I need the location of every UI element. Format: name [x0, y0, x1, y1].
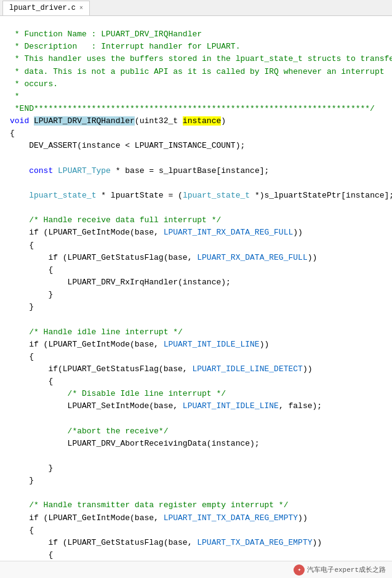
code-line: [0, 153, 392, 165]
line-content: * Description : Interrupt handler for LP…: [10, 41, 392, 53]
code-link[interactable]: LPUART_INT_TX_DATA_REG_EMPTY: [164, 513, 298, 523]
tab-filename: lpuart_driver.c: [9, 4, 76, 12]
line-content: if (LPUART_GetIntMode(base, LPUART_INT_T…: [10, 512, 392, 524]
line-content: }: [10, 475, 392, 487]
line-content: }: [10, 462, 392, 475]
code-link[interactable]: LPUART_INT_IDLE_LINE: [164, 340, 260, 349]
code-line: * Description : Interrupt handler for LP…: [0, 41, 392, 53]
code-line: [0, 177, 392, 190]
line-content: * This handler uses the buffers stored i…: [10, 53, 392, 65]
code-line: if (LPUART_GetIntMode(base, LPUART_INT_T…: [0, 512, 392, 524]
line-content: lpuart_state_t * lpuartState = (lpuart_s…: [10, 190, 392, 202]
code-line: *END************************************…: [0, 103, 392, 115]
line-content: {: [10, 264, 392, 276]
code-line: }: [0, 462, 392, 475]
line-content: [10, 313, 392, 326]
code-line: if (LPUART_GetIntMode(base, LPUART_INT_R…: [0, 227, 392, 239]
line-content: }: [10, 301, 392, 313]
code-line: [0, 413, 392, 425]
code-link[interactable]: LPUART_TX_DATA_REG_EMPTY: [197, 538, 312, 547]
code-line: LPUART_SetIntMode(base, LPUART_INT_IDLE_…: [0, 400, 392, 412]
line-content: /* Handle transmitter data register empt…: [10, 499, 392, 512]
tab-close-button[interactable]: ×: [79, 5, 83, 12]
code-link[interactable]: LPUART_INT_IDLE_LINE: [183, 401, 279, 411]
line-content: LPUART_SetIntMode(base, LPUART_INT_IDLE_…: [10, 400, 392, 412]
code-line: if (LPUART_GetStatusFlag(base, LPUART_TX…: [0, 537, 392, 549]
line-content: {: [10, 524, 392, 537]
code-line: [0, 313, 392, 326]
code-editor: * Function Name : LPUART_DRV_IRQHandler …: [0, 16, 392, 578]
code-line: const LPUART_Type * base = s_lpuartBase[…: [0, 165, 392, 177]
code-line: * data. This is not a public API as it i…: [0, 66, 392, 78]
line-content: * occurs.: [10, 78, 392, 90]
line-content: [10, 450, 392, 462]
code-line: [0, 202, 392, 214]
code-line: if (LPUART_GetIntMode(base, LPUART_INT_I…: [0, 339, 392, 351]
line-content: /* Disable Idle line interrupt */: [10, 388, 392, 400]
line-content: [10, 202, 392, 214]
logo-symbol: ✦: [298, 566, 301, 573]
code-line: lpuart_state_t * lpuartState = (lpuart_s…: [0, 190, 392, 202]
code-line: *: [0, 90, 392, 103]
line-content: }: [10, 289, 392, 301]
code-line: /*abort the receive*/: [0, 425, 392, 438]
line-content: void LPUART_DRV_IRQHandler(uint32_t inst…: [10, 115, 392, 127]
line-content: /*abort the receive*/: [10, 425, 392, 438]
line-content: [10, 413, 392, 425]
code-line: {: [0, 127, 392, 140]
code-line: * occurs.: [0, 78, 392, 90]
code-line: if (LPUART_GetStatusFlag(base, LPUART_RX…: [0, 252, 392, 264]
code-line: /* Handle idle line interrupt */: [0, 326, 392, 339]
code-line: {: [0, 375, 392, 388]
logo-icon: ✦: [294, 564, 305, 576]
line-content: if (LPUART_GetIntMode(base, LPUART_INT_I…: [10, 339, 392, 351]
code-line: {: [0, 239, 392, 252]
code-link[interactable]: LPUART_RX_DATA_REG_FULL: [197, 253, 307, 262]
line-content: if(LPUART_GetStatusFlag(base, LPUART_IDL…: [10, 363, 392, 375]
code-line: {: [0, 549, 392, 561]
line-content: {: [10, 127, 392, 140]
line-content: if (LPUART_GetIntMode(base, LPUART_INT_R…: [10, 227, 392, 239]
code-line: if(LPUART_GetStatusFlag(base, LPUART_IDL…: [0, 363, 392, 375]
code-line: {: [0, 524, 392, 537]
line-content: * data. This is not a public API as it i…: [10, 66, 392, 78]
file-tab[interactable]: lpuart_driver.c ×: [2, 1, 90, 15]
code-line: /* Handle transmitter data register empt…: [0, 499, 392, 512]
line-content: LPUART_DRV_RxIrqHandler(instance);: [10, 276, 392, 289]
line-content: LPUART_DRV_AbortReceivingData(instance);: [10, 438, 392, 450]
line-content: /* Handle receive data full interrupt */: [10, 214, 392, 227]
line-content: if (LPUART_GetStatusFlag(base, LPUART_TX…: [10, 537, 392, 549]
line-content: *: [10, 90, 392, 103]
line-content: {: [10, 375, 392, 388]
code-link[interactable]: LPUART_INT_RX_DATA_REG_FULL: [164, 228, 294, 237]
code-line: LPUART_DRV_RxIrqHandler(instance);: [0, 276, 392, 289]
line-content: [10, 487, 392, 499]
code-line: * This handler uses the buffers stored i…: [0, 53, 392, 65]
line-content: if (LPUART_GetStatusFlag(base, LPUART_RX…: [10, 252, 392, 264]
line-content: {: [10, 351, 392, 363]
code-line: [0, 487, 392, 499]
code-line: /* Handle receive data full interrupt */: [0, 214, 392, 227]
logo-text: 汽车电子expert成长之路: [307, 565, 386, 574]
code-line: {: [0, 351, 392, 363]
code-line: /* Disable Idle line interrupt */: [0, 388, 392, 400]
bottom-bar: ✦ 汽车电子expert成长之路: [0, 561, 392, 578]
code-line: }: [0, 301, 392, 313]
line-content: [10, 153, 392, 165]
code-line: }: [0, 289, 392, 301]
code-line: LPUART_DRV_AbortReceivingData(instance);: [0, 438, 392, 450]
code-line: DEV_ASSERT(instance < LPUART_INSTANCE_CO…: [0, 140, 392, 152]
line-content: {: [10, 239, 392, 252]
line-content: /* Handle idle line interrupt */: [10, 326, 392, 339]
code-line: void LPUART_DRV_IRQHandler(uint32_t inst…: [0, 115, 392, 127]
code-line: }: [0, 475, 392, 487]
line-content: {: [10, 549, 392, 561]
code-link[interactable]: LPUART_IDLE_LINE_DETECT: [192, 364, 302, 374]
code-line: * Function Name : LPUART_DRV_IRQHandler: [0, 28, 392, 41]
line-content: [10, 177, 392, 190]
line-content: const LPUART_Type * base = s_lpuartBase[…: [10, 165, 392, 177]
code-line: {: [0, 264, 392, 276]
tab-bar: lpuart_driver.c ×: [0, 0, 392, 16]
line-content: *END************************************…: [10, 103, 392, 115]
line-content: DEV_ASSERT(instance < LPUART_INSTANCE_CO…: [10, 140, 392, 152]
